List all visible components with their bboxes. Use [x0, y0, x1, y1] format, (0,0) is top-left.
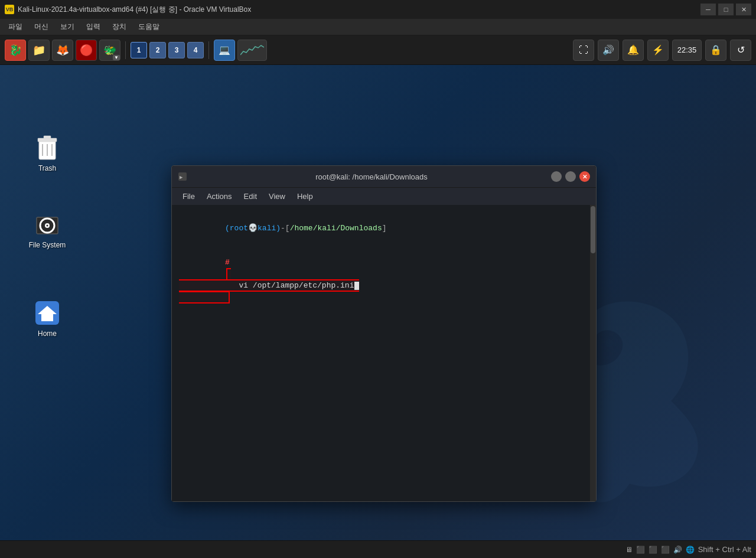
- trash-label: Trash: [38, 164, 56, 172]
- terminal-window-controls: ✕: [551, 171, 590, 182]
- vbox-menubar: 파일 머신 보기 입력 장치 도움말: [0, 19, 756, 35]
- svg-point-1: [605, 339, 613, 347]
- toolbar-clock-display: 22:35: [672, 40, 702, 61]
- vbox-menu-device[interactable]: 장치: [106, 19, 132, 34]
- terminal-scrollbar[interactable]: [590, 205, 596, 501]
- vbox-toolbar: 🐉 📁 🦊 🔴 🐲 ▼ 1 2 3 4 💻 ⛶ 🔊 �: [0, 35, 756, 65]
- vbox-titlebar: VB Kali-Linux-2021.4a-virtualbox-amd64 (…: [0, 0, 756, 19]
- toolbar-red-btn[interactable]: 🔴: [76, 40, 97, 61]
- toolbar-sep-1: [125, 41, 126, 59]
- status-icon-net2[interactable]: 🌐: [686, 546, 695, 554]
- term-cursor: [354, 282, 359, 290]
- terminal-maximize-btn[interactable]: [565, 171, 576, 182]
- home-label: Home: [38, 329, 57, 338]
- toolbar-refresh-btn[interactable]: ↺: [730, 40, 751, 61]
- terminal-minimize-btn[interactable]: [551, 171, 562, 182]
- terminal-titlebar: ▶ root@kali: /home/kali/Downloads ✕: [172, 166, 596, 187]
- toolbar-fullscreen-btn[interactable]: ⛶: [573, 40, 594, 61]
- toolbar-lock-btn[interactable]: 🔒: [705, 40, 726, 61]
- term-hash: #: [225, 258, 230, 267]
- status-icon-net[interactable]: ⬛: [649, 546, 657, 554]
- terminal-window: ▶ root@kali: /home/kali/Downloads ✕ File…: [171, 165, 597, 502]
- desktop-icon-home[interactable]: Home: [24, 295, 71, 341]
- svg-text:▶: ▶: [180, 174, 183, 180]
- toolbar-filemanager-btn[interactable]: 📁: [28, 40, 50, 61]
- workspace-btn-4[interactable]: 4: [187, 42, 204, 58]
- terminal-scrollbar-thumb[interactable]: [591, 206, 595, 253]
- terminal-menubar: File Actions Edit View Help: [172, 187, 596, 205]
- terminal-close-btn[interactable]: ✕: [579, 171, 590, 182]
- terminal-line-2: # vi /opt/lampp/etc/php.ini: [179, 246, 589, 315]
- vbox-minimize-btn[interactable]: ─: [700, 4, 716, 15]
- toolbar-dragon-btn[interactable]: 🐲 ▼: [99, 40, 120, 61]
- terminal-menu-edit[interactable]: Edit: [239, 190, 262, 203]
- vbox-menu-view[interactable]: 보기: [54, 19, 80, 34]
- terminal-menu-actions[interactable]: Actions: [202, 190, 237, 203]
- toolbar-terminal-task[interactable]: 💻: [214, 40, 235, 61]
- terminal-title: root@kali: /home/kali/Downloads: [192, 172, 551, 181]
- desktop-icon-filesystem[interactable]: File System: [24, 207, 71, 253]
- vbox-statusbar: 🖥 ⬛ ⬛ ⬛ 🔊 🌐 Shift + Ctrl + Alt: [0, 540, 756, 558]
- terminal-icon: ▶: [178, 172, 187, 181]
- filesystem-label: File System: [29, 241, 66, 249]
- toolbar-kali-btn[interactable]: 🐉: [5, 40, 26, 61]
- vbox-window-controls: ─ □ ✕: [700, 4, 751, 15]
- vbox-maximize-btn[interactable]: □: [718, 4, 734, 15]
- toolbar-sep-2: [208, 41, 209, 59]
- vbox-menu-input[interactable]: 입력: [80, 19, 106, 34]
- toolbar-notif-btn[interactable]: 🔔: [623, 40, 644, 61]
- toolbar-battery-btn[interactable]: ⚡: [647, 40, 669, 61]
- terminal-line-1: (root💀kali)-[/home/kali/Downloads]: [179, 211, 589, 246]
- status-icon-monitor[interactable]: 🖥: [625, 546, 633, 554]
- term-vi-cmd: vi /opt/lampp/etc/php.ini: [234, 281, 354, 290]
- home-icon: [33, 299, 61, 327]
- term-bracket-open: -[: [281, 224, 290, 233]
- vbox-menu-file[interactable]: 파일: [2, 19, 28, 34]
- toolbar-graph-btn[interactable]: [237, 40, 267, 61]
- toolbar-audio-btn[interactable]: 🔊: [598, 40, 619, 61]
- workspace-btn-2[interactable]: 2: [149, 42, 166, 58]
- vbox-menu-help[interactable]: 도움말: [132, 19, 165, 34]
- term-host: kali): [258, 224, 281, 233]
- status-icon-storage[interactable]: ⬛: [661, 546, 670, 554]
- toolbar-firefox-btn[interactable]: 🦊: [52, 40, 73, 61]
- filesystem-icon: [33, 210, 61, 239]
- terminal-menu-file[interactable]: File: [178, 190, 200, 203]
- svg-point-11: [47, 225, 48, 227]
- workspace-btn-3[interactable]: 3: [168, 42, 185, 58]
- term-path: /home/kali/Downloads: [290, 224, 382, 233]
- terminal-menu-view[interactable]: View: [264, 190, 290, 203]
- desktop-icon-trash[interactable]: Trash: [24, 130, 71, 176]
- workspace-btn-1[interactable]: 1: [131, 42, 147, 58]
- status-shortcut: Shift + Ctrl + Alt: [698, 545, 751, 554]
- vbox-title: Kali-Linux-2021.4a-virtualbox-amd64 (#4)…: [18, 5, 700, 15]
- vbox-menu-machine[interactable]: 머신: [28, 19, 54, 34]
- terminal-content[interactable]: (root💀kali)-[/home/kali/Downloads] # vi …: [172, 205, 596, 501]
- status-icon-usb[interactable]: ⬛: [636, 546, 645, 554]
- trash-icon: [33, 133, 61, 162]
- term-bracket-close: ]: [382, 224, 387, 233]
- term-user: (root: [225, 224, 248, 233]
- vbox-close-btn[interactable]: ✕: [736, 4, 751, 15]
- kali-desktop: Trash File System Home: [0, 65, 756, 540]
- status-icon-audio[interactable]: 🔊: [673, 546, 682, 554]
- term-command-highlighted: vi /opt/lampp/etc/php.ini: [179, 268, 359, 304]
- svg-rect-4: [44, 136, 51, 139]
- terminal-menu-help[interactable]: Help: [292, 190, 318, 203]
- term-skull: 💀: [248, 224, 258, 233]
- status-icons: 🖥 ⬛ ⬛ ⬛ 🔊 🌐 Shift + Ctrl + Alt: [625, 545, 751, 554]
- vbox-logo: VB: [5, 5, 14, 14]
- virtualbox-window: VB Kali-Linux-2021.4a-virtualbox-amd64 (…: [0, 0, 756, 558]
